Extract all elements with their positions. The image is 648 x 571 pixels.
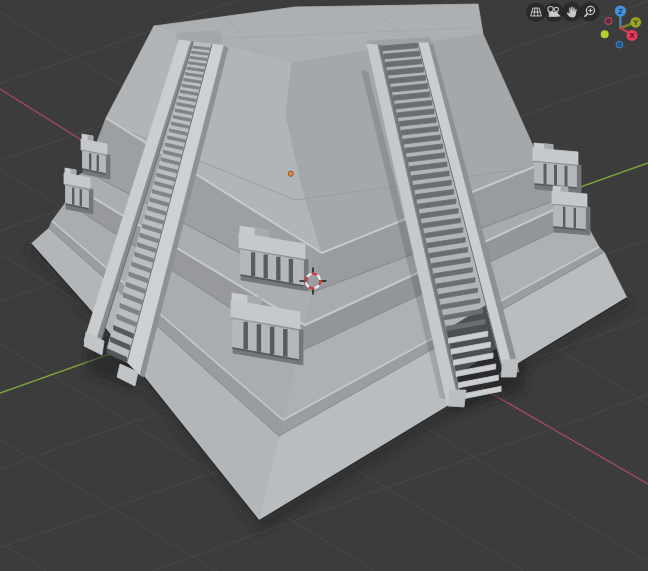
svg-text:Y: Y [633,18,638,27]
svg-text:X: X [629,31,634,40]
svg-text:Z: Z [618,7,623,16]
